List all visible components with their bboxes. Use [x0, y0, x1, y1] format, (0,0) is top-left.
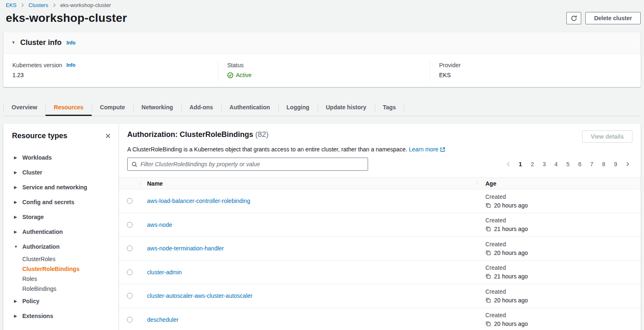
copy-icon[interactable] — [485, 226, 491, 232]
table-controls: 1 2 3 4 5 6 7 8 9 — [127, 158, 632, 171]
table-body: aws-load-balancer-controller-rolebinding… — [119, 189, 641, 330]
close-panel-button[interactable] — [103, 131, 113, 141]
created-label: Created — [485, 193, 641, 200]
tab-add-ons[interactable]: Add-ons — [181, 99, 221, 116]
page-number-7[interactable]: 7 — [587, 160, 597, 168]
copy-icon[interactable] — [485, 203, 491, 208]
sidebar-item-authentication[interactable]: ▶ Authentication — [3, 224, 119, 239]
kubernetes-version-label: Kubernetes version — [12, 62, 62, 68]
close-icon — [105, 133, 111, 139]
age-value: 21 hours ago — [494, 273, 528, 280]
refresh-icon — [570, 15, 577, 22]
view-details-button[interactable]: View details — [582, 130, 632, 143]
sidebar-item-label: Authorization — [22, 243, 59, 250]
tab-resources[interactable]: Resources — [45, 99, 92, 116]
cluster-info-header[interactable]: ▼ Cluster info Info — [3, 32, 641, 54]
sidebar-item-label: Policy — [22, 298, 39, 304]
row-radio[interactable] — [127, 317, 133, 323]
row-age-cell: Created 20 hours ago — [477, 241, 641, 256]
tab-update-history[interactable]: Update history — [318, 99, 375, 116]
row-radio[interactable] — [127, 198, 133, 204]
row-age-cell: Created 20 hours ago — [477, 312, 641, 327]
row-radio[interactable] — [127, 222, 133, 228]
row-radio[interactable] — [127, 245, 133, 251]
name-column-header: Name — [140, 180, 477, 187]
sidebar-item-roles[interactable]: Roles — [3, 274, 119, 284]
breadcrumb-clusters[interactable]: Clusters — [29, 2, 48, 8]
caret-right-icon: ▶ — [14, 171, 18, 174]
row-radio[interactable] — [127, 293, 133, 299]
tab-tags[interactable]: Tags — [375, 99, 404, 116]
page-number-5[interactable]: 5 — [563, 160, 573, 168]
copy-icon[interactable] — [485, 297, 491, 303]
page-number-8[interactable]: 8 — [599, 160, 608, 168]
copy-icon[interactable] — [485, 273, 491, 279]
age-value: 20 hours ago — [494, 202, 528, 209]
sidebar-item-label: Config and secrets — [22, 199, 74, 205]
sidebar-item-workloads[interactable]: ▶ Workloads — [3, 150, 119, 165]
sidebar-item-config-and-secrets[interactable]: ▶ Config and secrets — [3, 195, 119, 210]
sidebar-item-clusterrolebindings[interactable]: ClusterRoleBindings — [3, 264, 119, 274]
pagination: 1 2 3 4 5 6 7 8 9 — [504, 160, 632, 168]
tab-compute[interactable]: Compute — [92, 99, 133, 116]
page-number-9[interactable]: 9 — [611, 160, 620, 168]
row-radio[interactable] — [127, 269, 133, 275]
row-name-link[interactable]: aws-node — [147, 222, 172, 228]
created-label: Created — [485, 288, 641, 295]
sidebar-item-label: Workloads — [22, 154, 52, 161]
table-row: cluster-admin Created 21 hours ago — [119, 261, 641, 285]
row-name-link[interactable]: cluster-admin — [147, 269, 182, 276]
caret-down-icon: ▼ — [12, 41, 15, 45]
filter-input[interactable] — [140, 161, 364, 167]
table-row: cluster-autoscaler-aws-cluster-autoscale… — [119, 284, 641, 308]
row-name-link[interactable]: aws-load-balancer-controller-rolebinding — [147, 198, 250, 204]
page-number-1[interactable]: 1 — [516, 160, 525, 168]
page-number-4[interactable]: 4 — [551, 160, 561, 168]
tab-networking[interactable]: Networking — [133, 99, 181, 116]
caret-right-icon: ▶ — [14, 186, 18, 189]
table-row: aws-node-termination-handler Created 20 … — [119, 237, 641, 261]
filter-box — [127, 158, 368, 171]
cluster-info-info-link[interactable]: Info — [67, 40, 76, 46]
caret-right-icon: ▶ — [14, 314, 18, 318]
sidebar-item-service-and-networking[interactable]: ▶ Service and networking — [3, 180, 119, 195]
created-label: Created — [485, 217, 641, 224]
page-number-2[interactable]: 2 — [528, 160, 537, 168]
breadcrumb-eks[interactable]: EKS — [6, 2, 17, 8]
tab-logging[interactable]: Logging — [278, 99, 318, 116]
delete-cluster-button[interactable]: Delete cluster — [585, 12, 641, 24]
tab-overview[interactable]: Overview — [3, 99, 45, 116]
copy-icon[interactable] — [485, 321, 491, 327]
sidebar-item-label: Authentication — [22, 229, 63, 235]
page-number-3[interactable]: 3 — [539, 160, 549, 168]
refresh-button[interactable] — [566, 12, 581, 24]
sidebar-item-rolebindings[interactable]: RoleBindings — [3, 284, 119, 294]
field-kubernetes-version: Kubernetes version Info 1.23 — [3, 60, 218, 82]
age-column-header: Age — [477, 180, 641, 187]
next-page-button[interactable] — [623, 161, 632, 167]
age-value: 20 hours ago — [494, 321, 528, 327]
list-header: Authorization: ClusterRoleBindings (82) … — [119, 124, 641, 171]
row-name-link[interactable]: descheduler — [147, 316, 178, 323]
sidebar-item-clusterroles[interactable]: ClusterRoles — [3, 254, 119, 264]
sidebar-item-policy[interactable]: ▶ Policy — [3, 294, 119, 309]
row-age-cell: Created 21 hours ago — [477, 217, 641, 232]
page-number-6[interactable]: 6 — [575, 160, 585, 168]
row-name-link[interactable]: aws-node-termination-handler — [147, 245, 224, 252]
learn-more-link[interactable]: Learn more — [409, 146, 446, 153]
sidebar-item-storage[interactable]: ▶ Storage — [3, 210, 119, 224]
kubernetes-version-info-link[interactable]: Info — [67, 62, 76, 68]
item-count: (82) — [255, 130, 269, 139]
table-row: aws-node Created 21 hours ago — [119, 213, 641, 237]
chevron-right-icon — [52, 3, 57, 7]
sidebar-item-extensions[interactable]: ▶ Extensions — [3, 309, 119, 323]
chevron-right-icon — [20, 3, 25, 7]
copy-icon[interactable] — [485, 250, 491, 256]
sidebar-item-cluster[interactable]: ▶ Cluster — [3, 165, 119, 180]
field-label: Kubernetes version Info — [12, 62, 209, 68]
previous-page-button[interactable] — [504, 161, 513, 167]
sidebar-item-authorization[interactable]: ▼ Authorization — [3, 239, 119, 254]
row-age-cell: Created 21 hours ago — [477, 264, 641, 280]
tab-authentication[interactable]: Authentication — [221, 99, 278, 116]
row-name-link[interactable]: cluster-autoscaler-aws-cluster-autoscale… — [147, 292, 252, 299]
